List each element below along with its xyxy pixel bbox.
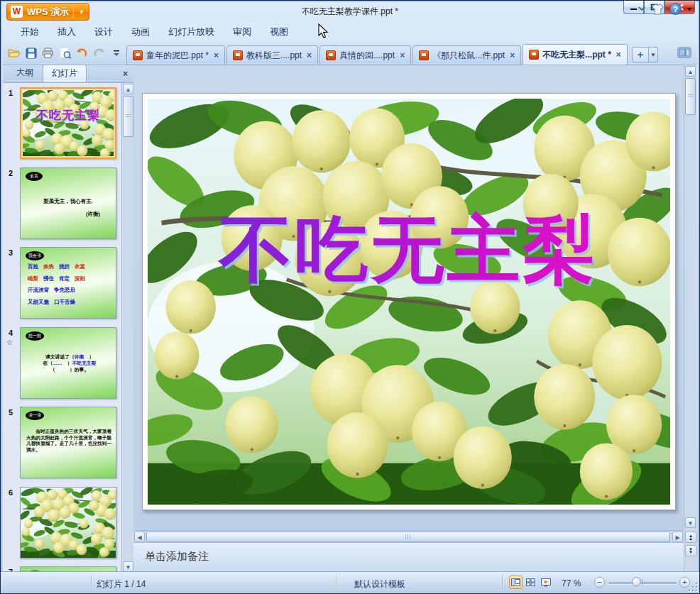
sidebar-tab-大纲[interactable]: 大纲 [7, 64, 43, 82]
text-segment: （ ）的事。 [50, 367, 89, 372]
print-preview-icon[interactable] [58, 45, 72, 60]
new-document-dropdown-icon[interactable]: ▼ [649, 47, 658, 62]
zoom-out-icon[interactable]: − [594, 577, 605, 588]
menu-item-动画[interactable]: 动画 [122, 22, 159, 42]
tab-close-icon[interactable]: × [398, 50, 405, 60]
slide-thumbnail[interactable]: 4☆想一想课文讲述了（许衡 ）在（…… ）不吃无主梨（ ）的事。 [3, 327, 121, 401]
slide-thumbnail[interactable]: 2名言梨虽无主，我心有主.(许衡) [3, 167, 121, 241]
print-icon[interactable] [40, 45, 55, 60]
slide-thumbnail[interactable]: 6 [3, 487, 121, 561]
document-tab[interactable]: 童年的泥巴.ppt *× [126, 45, 225, 65]
slide-number: 1 [9, 89, 13, 97]
vertical-scroll-thumb[interactable] [685, 78, 696, 115]
document-tab[interactable]: 真情的回....ppt× [319, 45, 411, 65]
redo-icon[interactable] [92, 45, 106, 60]
title-bar: W WPS 演示 ▼ 不吃无主梨教学课件.ppt * [1, 1, 699, 22]
help-icon[interactable]: ? [669, 3, 682, 15]
tab-close-icon[interactable]: × [212, 50, 219, 60]
collapse-ribbon-icon[interactable] [638, 6, 646, 12]
slide-thumbnail[interactable]: 3我会读百姓炎热挑担衣裳啃梨愣住肯定深刻汗流浃背争先恐后又甜又脆口干舌燥 [3, 247, 121, 321]
sidebar-scroll-down-icon[interactable]: ▼ [123, 561, 133, 572]
word-row: 又甜又脆口干舌燥 [28, 299, 113, 306]
green-slide-background: 读一读当时正值炎热的三伏天气，大家顶着火热的太阳赶路，个个汗流浃背，嗓子眼儿都快… [21, 407, 116, 478]
menu-item-视图[interactable]: 视图 [261, 22, 297, 42]
word: 挑担 [59, 263, 70, 270]
current-slide[interactable]: 不吃无主梨 [142, 93, 676, 510]
undo-icon[interactable] [75, 45, 89, 60]
horizontal-scrollbar[interactable]: ◀ ▶ [133, 530, 684, 542]
previous-slide-button[interactable]: ▲▲ [685, 532, 696, 543]
slide-badge: 读一读 [26, 411, 44, 420]
word-list: 百姓炎热挑担衣裳啃梨愣住肯定深刻汗流浃背争先恐后又甜又脆口干舌燥 [28, 263, 113, 310]
vertical-scrollbar[interactable]: ▲ ▼ ▲▲ ▼▼ [684, 65, 696, 573]
word: 口干舌燥 [54, 299, 75, 306]
tab-close-icon[interactable]: × [305, 50, 312, 60]
word-row: 汗流浃背争先恐后 [28, 287, 113, 294]
menu-item-幻灯片放映[interactable]: 幻灯片放映 [159, 22, 224, 42]
slide-badge: 名言 [26, 172, 43, 181]
document-tabs: 童年的泥巴.ppt *×教科版三....ppt×真情的回....ppt×《那只松… [126, 42, 629, 65]
normal-view-button[interactable] [509, 576, 523, 589]
zoom-slider-thumb[interactable] [632, 577, 641, 586]
quote-line: 梨虽无主，我心有主. [21, 198, 116, 205]
slide-thumbnail-canvas[interactable] [20, 487, 116, 559]
arrange-windows-icon[interactable] [677, 47, 691, 61]
sidebar-scroll-thumb[interactable] [123, 96, 133, 137]
sidebar-scrollbar[interactable]: ▲ ▼ [121, 83, 133, 573]
tab-close-icon[interactable]: × [508, 50, 515, 60]
menu-item-插入[interactable]: 插入 [48, 22, 85, 42]
pear-photo-thumbnail [21, 89, 116, 159]
skin-tshirt-icon[interactable] [651, 4, 665, 15]
sidebar-tabs: 大纲幻灯片× [3, 65, 133, 83]
document-tab[interactable]: 教科版三....ppt× [226, 45, 318, 65]
save-icon[interactable] [23, 45, 38, 60]
pear-photo-thumbnail [21, 488, 116, 558]
horizontal-scroll-thumb[interactable] [146, 532, 670, 542]
new-tab-group: + ▼ [632, 47, 658, 62]
slide-thumbnail-canvas[interactable]: 不吃无主梨 [20, 87, 116, 159]
slide-thumbnail[interactable]: 5读一读当时正值炎热的三伏天气，大家顶着火热的太阳赶路，个个汗流浃背，嗓子眼儿都… [3, 407, 121, 480]
scroll-right-icon[interactable]: ▶ [672, 532, 683, 542]
slide-editing-area[interactable]: 不吃无主梨 [133, 65, 684, 573]
sidebar-tab-幻灯片[interactable]: 幻灯片 [43, 65, 87, 82]
slide-thumbnail-canvas[interactable]: 读一读当时正值炎热的三伏天气，大家顶着火热的太阳赶路，个个汗流浃背，嗓子眼儿都快… [20, 407, 116, 478]
menu-item-开始[interactable]: 开始 [11, 22, 48, 42]
menu-item-设计[interactable]: 设计 [85, 22, 122, 42]
zoom-percentage: 77 % [562, 578, 581, 588]
scroll-down-icon[interactable]: ▼ [685, 517, 696, 528]
slide-counter: 幻灯片 1 / 14 [97, 578, 146, 590]
zoom-slider-track[interactable] [608, 582, 677, 584]
pear-tree-photo [148, 99, 670, 505]
next-slide-button[interactable]: ▼▼ [685, 545, 696, 556]
sidebar-close-icon[interactable]: × [123, 69, 128, 79]
toolbar-options-icon[interactable] [109, 45, 124, 60]
resize-grip[interactable] [689, 583, 697, 591]
slide-thumbnail-canvas[interactable]: 我会读百姓炎热挑担衣裳啃梨愣住肯定深刻汗流浃背争先恐后又甜又脆口干舌燥 [20, 247, 116, 319]
slide-thumbnail[interactable]: 1不吃无主梨 [3, 87, 121, 161]
new-document-button[interactable]: + [632, 47, 649, 62]
word: 肯定 [59, 275, 70, 282]
document-tab[interactable]: 不吃无主梨...ppt *× [523, 44, 628, 65]
design-template-label[interactable]: 默认设计模板 [354, 578, 405, 590]
notes-pane[interactable]: 单击添加备注 [133, 542, 684, 573]
ppt-file-icon [419, 50, 429, 60]
status-divider [502, 575, 503, 590]
slideshow-view-button[interactable] [539, 576, 552, 589]
slide-thumbnail-canvas[interactable]: 想一想课文讲述了（许衡 ）在（…… ）不吃无主梨（ ）的事。 [20, 327, 116, 399]
scroll-left-icon[interactable]: ◀ [134, 532, 145, 542]
menu-right-tools: ? [638, 3, 692, 15]
menu-item-审阅[interactable]: 审阅 [224, 22, 261, 42]
slide-badge: 我会读 [26, 251, 44, 260]
status-bar: 幻灯片 1 / 14 默认设计模板 77 % − + [1, 571, 699, 593]
sidebar-scroll-up-icon[interactable]: ▲ [123, 84, 133, 94]
quick-access-toolbar [3, 45, 126, 65]
slide-sorter-view-button[interactable] [524, 576, 537, 589]
slide-title-text[interactable]: 不吃无主梨 [143, 202, 675, 300]
document-tab[interactable]: 《那只松鼠...件.ppt× [412, 45, 521, 65]
scroll-up-icon[interactable]: ▲ [685, 66, 696, 77]
text-segment: 在（ [43, 361, 53, 365]
tab-close-icon[interactable]: × [615, 50, 621, 60]
help-dropdown-icon[interactable] [687, 7, 692, 11]
open-file-icon[interactable] [6, 45, 21, 60]
slide-thumbnail-canvas[interactable]: 名言梨虽无主，我心有主.(许衡) [20, 167, 116, 239]
